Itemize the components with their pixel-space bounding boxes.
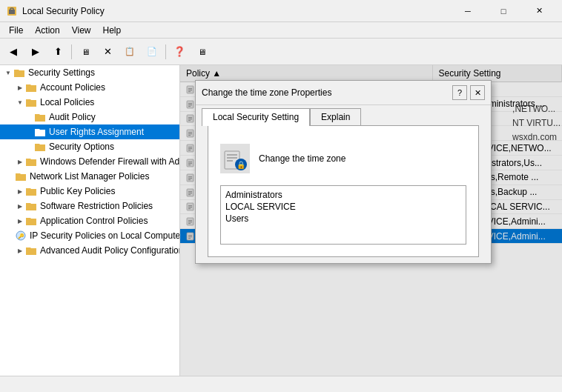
tab-local-security-setting[interactable]: Local Security Setting [202,108,310,126]
console-button[interactable]: 🖥 [191,41,212,62]
policy-big-icon: 🔒 [220,144,250,173]
dialog-overlay: Change the time zone Properties ? ✕ Loca… [180,65,562,376]
folder-icon-pubkey [25,185,37,197]
list-item[interactable]: LOCAL SERVICE [224,201,463,213]
tree-label-windows-firewall: Windows Defender Firewall with Adva... [40,156,180,167]
menu-action[interactable]: Action [29,24,65,37]
tree-item-security-options[interactable]: Security Options [0,139,179,154]
tree-label-network-list: Network List Manager Policies [30,171,149,182]
folder-icon-audit [34,111,46,123]
statusbar [0,376,562,392]
folder-icon-software [25,200,37,212]
folder-icon-security-opts [34,141,46,153]
menu-view[interactable]: View [66,24,97,37]
expand-icon-firewall: ▶ [15,156,25,167]
tree-label-app-control: Application Control Policies [40,216,148,226]
tree-item-windows-firewall[interactable]: ▶ Windows Defender Firewall with Adva... [0,154,179,169]
expand-icon-audit: ▶ [15,245,25,256]
toolbar: ◀ ▶ ⬆ 🖥 ✕ 📋 📄 ❓ 🖥 [0,39,562,65]
folder-icon-app [25,215,37,227]
forward-button[interactable]: ▶ [25,41,46,62]
svg-rect-51 [227,157,237,159]
tree-label-public-key: Public Key Policies [40,186,115,196]
dialog-titlebar: Change the time zone Properties ? ✕ [196,81,491,105]
svg-rect-50 [227,154,237,156]
folder-icon-audit-adv [25,245,37,256]
tree-label-software-restriction: Software Restriction Policies [40,201,153,211]
folder-icon-account [25,82,37,93]
tree-item-software-restriction[interactable]: ▶ Software Restriction Policies [0,199,179,213]
expand-icon-account: ▶ [15,82,25,93]
minimize-button[interactable]: ─ [451,0,485,22]
sidebar: ▼ Security Settings ▶ Account Policies ▼… [0,65,180,376]
main-container: ▼ Security Settings ▶ Account Policies ▼… [0,65,562,376]
up-button[interactable]: ⬆ [47,41,68,62]
folder-icon-user-rights [34,126,46,138]
dialog-policy-header: 🔒 Change the time zone [220,138,466,179]
folder-icon-firewall [25,156,37,167]
tree-item-network-list[interactable]: Network List Manager Policies [0,169,179,184]
expand-icon-software: ▶ [15,201,25,211]
folder-icon [13,67,25,79]
expand-icon-app: ▶ [15,216,25,226]
dialog-help-button[interactable]: ? [452,85,467,100]
show-hide-button[interactable]: 🖥 [75,41,96,62]
tree-label-user-rights: User Rights Assignment [49,127,144,137]
tree-item-public-key[interactable]: ▶ Public Key Policies [0,184,179,199]
properties-button[interactable]: 📋 [119,41,140,62]
dialog-body: 🔒 Change the time zone AdministratorsLOC… [196,125,491,263]
svg-text:🔒: 🔒 [237,160,246,170]
svg-text:🔑: 🔑 [18,233,24,239]
toolbar-separator-1 [71,44,72,59]
menu-file[interactable]: File [3,24,29,37]
list-item[interactable]: Administrators [224,189,463,201]
app-icon [6,5,18,17]
folder-icon-network [15,170,27,182]
maximize-button[interactable]: □ [486,0,520,22]
help-button[interactable]: ❓ [169,41,190,62]
close-button[interactable]: ✕ [522,0,556,22]
icon-ip-security: 🔑 [15,230,27,242]
expand-icon: ▼ [3,67,13,78]
dialog-close-button[interactable]: ✕ [470,85,485,100]
back-button[interactable]: ◀ [3,41,24,62]
tree-label-audit-policy: Audit Policy [49,112,96,122]
tree-item-account-policies[interactable]: ▶ Account Policies [0,80,179,95]
menu-help[interactable]: Help [97,24,128,37]
dialog-list-box[interactable]: AdministratorsLOCAL SERVICEUsers [220,185,466,245]
tab-explain[interactable]: Explain [310,108,361,125]
tree-item-app-control[interactable]: ▶ Application Control Policies [0,213,179,228]
tree-item-advanced-audit[interactable]: ▶ Advanced Audit Policy Configuration [0,243,179,258]
list-item[interactable]: Users [224,213,463,225]
dialog-content: 🔒 Change the time zone AdministratorsLOC… [208,125,479,257]
tree-item-local-policies[interactable]: ▼ Local Policies [0,95,179,110]
menubar: File Action View Help [0,22,562,39]
expand-icon-pubkey: ▶ [15,186,25,196]
dialog-policy-name: Change the time zone [259,153,346,164]
toolbar-separator-2 [165,44,166,59]
dialog-tabs: Local Security Setting Explain [196,105,491,125]
titlebar: Local Security Policy ─ □ ✕ [0,0,562,22]
delete-button[interactable]: ✕ [97,41,118,62]
expand-icon-local: ▼ [15,97,25,107]
new-button[interactable]: 📄 [142,41,162,62]
tree-label-account-policies: Account Policies [40,82,105,93]
tree-item-audit-policy[interactable]: Audit Policy [0,110,179,124]
dialog-controls: ? ✕ [452,85,485,100]
tree-label-local-policies: Local Policies [40,97,94,107]
tree-label-security-settings: Security Settings [28,67,95,78]
tree-label-ip-security: IP Security Policies on Local Compute... [30,230,180,241]
window-controls: ─ □ ✕ [451,0,556,22]
svg-rect-52 [227,160,233,162]
tree-item-user-rights[interactable]: User Rights Assignment [0,124,179,139]
tree-item-ip-security[interactable]: 🔑 IP Security Policies on Local Compute.… [0,228,179,243]
window-title: Local Security Policy [22,6,451,16]
tree-label-advanced-audit: Advanced Audit Policy Configuration [40,245,180,256]
tree-label-security-options: Security Options [49,142,114,152]
content-area: Policy ▲ Security Setting Access Credent… [180,65,562,376]
tree-item-security-settings[interactable]: ▼ Security Settings [0,65,179,80]
dialog-title: Change the time zone Properties [202,87,452,98]
folder-icon-local [25,96,37,108]
dialog-change-timezone: Change the time zone Properties ? ✕ Loca… [195,80,492,264]
